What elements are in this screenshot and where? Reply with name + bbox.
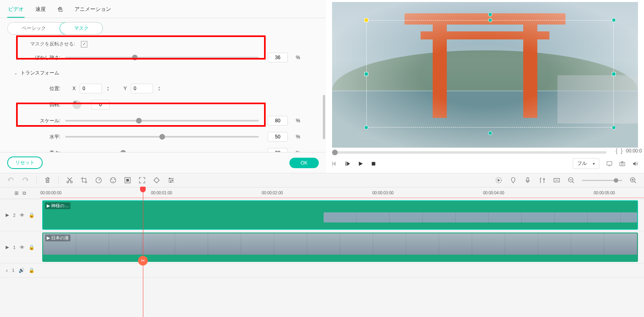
greenscreen-icon[interactable] [124,177,131,184]
svg-point-22 [170,181,171,183]
preview-panel: { } 00:00:0 フル▾ [326,0,644,173]
blur-slider[interactable] [65,57,259,58]
audio-mixer-icon[interactable] [539,177,546,184]
handle-ml[interactable] [364,72,368,76]
svg-point-21 [172,179,173,181]
pos-y-label: Y [124,86,127,91]
handle-bl[interactable] [364,126,368,130]
snapshot-icon[interactable] [619,161,625,167]
horiz-slider[interactable] [65,136,259,138]
clip-harbor[interactable]: ▶日本の港 [42,233,638,262]
tab-speed[interactable]: 速度 [35,3,47,18]
svg-line-33 [634,181,636,183]
handle-bm[interactable] [488,131,492,135]
track-1-lock[interactable]: 🔒 [29,245,35,250]
marker-in-icon[interactable]: { [616,148,618,154]
track-2-visibility[interactable]: 👁 [20,212,25,218]
selection-box[interactable] [366,20,614,128]
keyframe-icon[interactable] [153,177,160,184]
cut-icon[interactable] [66,177,73,184]
preview-progress[interactable] [332,151,607,154]
volume-icon[interactable] [632,161,638,167]
tab-video[interactable]: ビデオ [7,3,25,18]
transform-section-label: トランスフォーム [21,70,59,76]
handle-tm[interactable] [488,18,492,22]
marker-out-icon[interactable]: } [621,148,623,154]
fit-icon[interactable] [553,177,560,184]
zoom-slider[interactable] [582,180,622,181]
ok-button[interactable]: OK [289,158,319,168]
fullscreen-icon[interactable] [138,177,146,184]
tab-animation[interactable]: アニメーション [74,3,112,18]
settings-icon[interactable] [167,177,175,184]
marker-icon[interactable] [510,177,517,184]
zoom-in-icon[interactable] [630,177,637,184]
undo-icon[interactable] [7,177,14,184]
position-label: 位置: [22,85,60,92]
handle-br[interactable] [612,126,616,130]
preview-canvas[interactable] [332,2,638,148]
audio-track-icon: ♪ [6,268,8,273]
track-2-lock[interactable]: 🔒 [29,212,35,218]
rotate-knob[interactable] [72,100,81,109]
svg-rect-0 [332,161,333,166]
progress-thumb[interactable] [332,150,338,155]
pos-y-spinner[interactable]: ▲▼ [158,86,163,91]
svg-point-9 [70,181,72,183]
props-scrollbar[interactable] [323,95,325,139]
blur-label: ぼかし強さ: [22,54,60,61]
track-1-header: ▶ 1 👁 🔒 [0,231,40,263]
crop-icon[interactable] [80,177,88,184]
timeline-options-icon[interactable]: ⊞ [14,190,19,196]
handle-tr[interactable] [612,18,616,22]
delete-icon[interactable] [44,177,51,184]
time-ruler[interactable]: 00:00:00:00 00:00:01:00 00:00:02:00 00:0… [40,187,644,199]
redo-icon[interactable] [22,177,29,184]
subtab-basic[interactable]: ベーシック [8,23,60,34]
speed-icon[interactable] [95,177,102,184]
scale-slider[interactable] [65,120,259,121]
play-icon[interactable] [358,161,363,167]
svg-point-11 [110,177,116,183]
audio-track-content[interactable] [40,263,644,277]
audio-track-header: ♪ 1 🔊 🔒 [0,263,40,277]
record-icon[interactable] [524,177,531,184]
svg-rect-24 [527,177,529,181]
reset-button[interactable]: リセット [7,156,43,169]
height-value-input[interactable] [268,148,288,152]
display-icon[interactable] [607,161,612,167]
invert-mask-checkbox[interactable]: ✓ [81,41,87,47]
svg-rect-16 [126,179,129,182]
tab-color[interactable]: 色 [57,3,64,18]
chevron-down-icon[interactable]: ⌄ [14,71,17,75]
prev-frame-icon[interactable] [332,161,338,167]
svg-rect-3 [607,161,612,165]
clip-torii[interactable]: ▶神様の… [42,200,638,230]
horiz-value-input[interactable] [268,132,288,142]
properties-scroll[interactable]: マスクを反転させる: ✓ ぼかし強さ: % ⌄ トランスフォーム 位置: X ▲… [0,39,326,152]
subtab-mask[interactable]: マスク [60,22,103,35]
audio-lock[interactable]: 🔒 [29,268,35,273]
step-back-icon[interactable] [345,161,351,167]
pos-y-input[interactable] [131,84,153,93]
handle-mr[interactable] [612,72,616,76]
handle-rotate[interactable] [488,12,492,16]
track-1-visibility[interactable]: 👁 [20,245,25,250]
stop-icon[interactable] [371,161,376,167]
link-icon[interactable]: ⧉ [23,190,26,196]
pos-x-input[interactable] [80,84,102,93]
playhead[interactable]: ✂ [143,187,143,317]
scale-value-input[interactable] [268,116,288,126]
scissors-icon[interactable]: ✂ [138,256,148,266]
handle-tl[interactable] [364,18,368,22]
blur-value-input[interactable] [268,53,288,62]
render-icon[interactable] [495,177,502,184]
view-mode-dropdown[interactable]: フル▾ [573,158,599,169]
rotate-label: 回転: [22,101,60,108]
svg-rect-2 [372,162,376,165]
zoom-out-icon[interactable] [568,177,575,184]
color-icon[interactable] [109,177,117,184]
audio-mute[interactable]: 🔊 [19,268,25,273]
rotate-input[interactable] [91,100,109,109]
pos-x-spinner[interactable]: ▲▼ [107,86,111,91]
